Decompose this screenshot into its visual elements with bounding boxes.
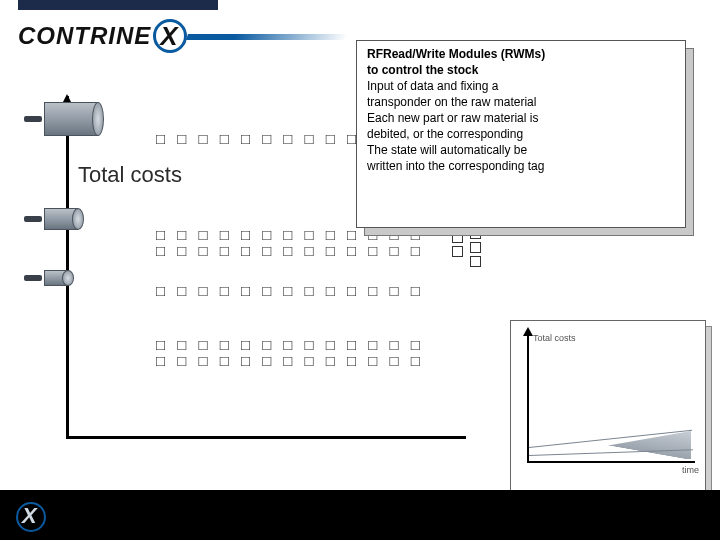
y-axis-label: Total costs xyxy=(533,333,576,343)
axis-y xyxy=(66,96,69,436)
stack-large xyxy=(24,102,94,136)
checkbox-icon xyxy=(470,242,481,253)
callout-line: Input of data and fixing a xyxy=(367,79,675,94)
axis-x xyxy=(66,436,466,439)
checkbox-icon xyxy=(470,256,481,267)
cylinder-icon xyxy=(44,102,98,136)
x-glyph-icon: X xyxy=(22,503,37,529)
pin-icon xyxy=(24,116,42,122)
chart-thumbnail: Total costs time xyxy=(510,320,706,492)
accent-bar xyxy=(18,0,218,10)
pin-icon xyxy=(24,275,42,281)
placeholder-row: □ □ □ □ □ □ □ □ □ □ □ □ □ xyxy=(156,242,424,259)
axis-x xyxy=(527,461,695,463)
pin-icon xyxy=(24,216,42,222)
footer-logo: X xyxy=(16,502,46,532)
axis-y xyxy=(527,331,529,461)
callout-box: RFRead/Write Modules (RWMs) to control t… xyxy=(356,40,686,228)
callout-line: written into the corresponding tag xyxy=(367,159,675,174)
brand-logo: CONTRINE X xyxy=(18,18,189,54)
placeholder-row: □ □ □ □ □ □ □ □ □ □ □ □ □ xyxy=(156,352,424,369)
placeholder-row: □ □ □ □ □ □ □ □ □ □ □ □ □ xyxy=(156,336,424,353)
brand-mark: X xyxy=(153,19,187,53)
x-axis-label: time xyxy=(682,465,699,475)
callout-line: Each new part or raw material is xyxy=(367,111,675,126)
callout-line: to control the stock xyxy=(367,63,675,78)
cylinder-icon xyxy=(44,208,78,230)
x-glyph-icon: X xyxy=(160,21,177,52)
footer-bar: X xyxy=(0,490,720,540)
callout-line: transponder on the raw material xyxy=(367,95,675,110)
callout-line: debited, or the corresponding xyxy=(367,127,675,142)
callout-line: The state will automatically be xyxy=(367,143,675,158)
stack-medium xyxy=(24,208,74,230)
checkbox-icon xyxy=(452,246,463,257)
sweep-icon xyxy=(186,34,348,40)
brand-name-left: CONTRINE xyxy=(18,22,151,50)
callout-line: RFRead/Write Modules (RWMs) xyxy=(367,47,675,62)
placeholder-row: □ □ □ □ □ □ □ □ □ □ □ □ □ xyxy=(156,282,424,299)
stack-small xyxy=(24,270,64,286)
y-axis-label: Total costs xyxy=(78,162,182,188)
cylinder-icon xyxy=(44,270,68,286)
